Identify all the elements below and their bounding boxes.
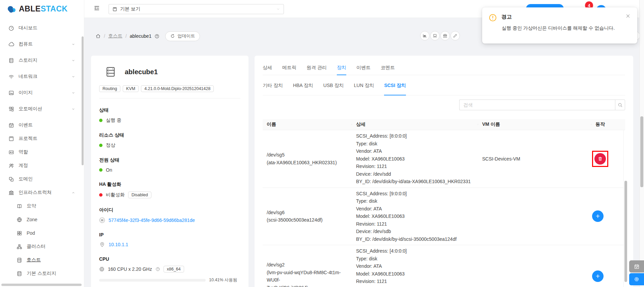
breadcrumb-current: ablecube1 [130, 33, 152, 39]
sidebar-item-스토리지[interactable]: 스토리지 [0, 54, 84, 67]
sidebar-item-label: 네트워크 [19, 74, 37, 80]
sidebar-item-프로젝트[interactable]: 프로젝트 [0, 132, 84, 145]
breadcrumb-hosts-link[interactable]: 호스트 [108, 33, 122, 39]
sidebar-horizontal-scrollbar[interactable] [1, 284, 82, 286]
bar-label: 10.41% 사용됨 [209, 277, 237, 283]
sidebar-item-계정[interactable]: 계정 [0, 159, 84, 172]
device-detail-line: Model: XA960LE10063 [356, 212, 478, 220]
sidebar-item-기본 스토리지[interactable]: 기본 스토리지 [0, 267, 84, 280]
device-details-cell: SCSI_Address: [9:0:0:0]Type: diskVendor:… [352, 188, 478, 245]
sidebar-item-오토메이션[interactable]: 오토메이션 [0, 102, 84, 116]
sidebar-item-대시보드[interactable]: 대시보드 [0, 21, 84, 35]
action-cell: + [591, 210, 625, 222]
zone-icon [17, 217, 22, 223]
search-input[interactable] [459, 99, 615, 110]
home-icon[interactable] [95, 33, 101, 39]
sidebar-item-호스트[interactable]: 호스트 [0, 253, 84, 267]
sidebar-item-요약[interactable]: 요약 [0, 199, 84, 213]
device-detail-line: Vendor: ATA [356, 205, 478, 213]
host-icon [105, 66, 117, 78]
tab-상세[interactable]: 상세 [263, 60, 272, 75]
sidebar-item-역할[interactable]: 역할 [0, 145, 84, 159]
sidebar-item-label: 인프라스트럭쳐 [19, 190, 52, 196]
page-action-bank-button[interactable] [440, 31, 450, 40]
section-label: 리소스 상태 [99, 132, 240, 138]
device-tab-USB 장치[interactable]: USB 장치 [323, 75, 344, 95]
page-actions [420, 31, 460, 40]
sidebar-item-label: 도메인 [19, 176, 33, 182]
page-action-area-chart-button[interactable] [420, 31, 430, 40]
tab-메트릭[interactable]: 메트릭 [282, 60, 296, 75]
page-action-laptop-button[interactable] [430, 31, 440, 40]
section-label: HA 활성화 [99, 181, 240, 188]
device-detail-line: Type: disk [356, 140, 478, 148]
device-detail-line: Device: /dev/sdb [356, 228, 478, 235]
section-value: 정상 [99, 142, 240, 148]
host-tag: 4.21.0.0-Mold.Diplo-202512041428 [141, 85, 214, 92]
host-icon [17, 257, 22, 263]
device-name-line: (scsi-35000c5003ea124df) [267, 216, 352, 224]
section-value-text[interactable]: 57745f4e-32f3-45fe-9d66-59d66ba281de [109, 218, 195, 223]
search-button[interactable] [615, 99, 625, 110]
update-button[interactable]: 업데이트 [165, 31, 200, 41]
divider [99, 98, 240, 98]
tab-코멘트[interactable]: 코멘트 [381, 60, 395, 75]
section-label: IP [99, 232, 240, 237]
tab-장치[interactable]: 장치 [337, 60, 346, 75]
host-tag: KVM [123, 85, 139, 92]
table-row: /dev/sg6(scsi-35000c5003ea124df)SCSI_Add… [263, 188, 625, 246]
attach-device-button[interactable]: + [592, 270, 604, 282]
device-name-line: /dev/sg2 [267, 261, 352, 269]
sidebar-vertical-scrollbar[interactable] [82, 36, 84, 165]
detach-device-button[interactable] [594, 153, 606, 165]
sidebar-item-이미지[interactable]: 이미지 [0, 86, 84, 99]
table-scrollbar-thumb[interactable] [624, 181, 627, 282]
page-action-edit-button[interactable] [450, 31, 460, 40]
tab-이벤트[interactable]: 이벤트 [356, 60, 371, 75]
table-scrollbar[interactable] [623, 130, 627, 287]
close-icon[interactable] [625, 13, 631, 19]
sidebar-item-이벤트[interactable]: 이벤트 [0, 118, 84, 132]
page-scrollbar[interactable] [639, 0, 644, 287]
sidebar-item-클러스터[interactable]: 클러스터 [0, 240, 84, 253]
section-value: On [99, 167, 240, 173]
section-value-text[interactable]: 10.10.1.1 [109, 242, 128, 247]
trash-icon [597, 156, 603, 162]
chevron-down-icon [71, 107, 75, 111]
settings-float-button[interactable] [629, 273, 644, 285]
device-tab-HBA 장치[interactable]: HBA 장치 [293, 75, 313, 95]
device-tab-기타 장치[interactable]: 기타 장치 [263, 75, 283, 95]
refresh-icon [170, 34, 175, 38]
cpu-icon [99, 266, 105, 272]
sidebar-item-Zone[interactable]: Zone [0, 213, 84, 226]
sidebar-item-label: 이벤트 [19, 122, 33, 128]
section-value-text: On [106, 167, 112, 173]
view-select[interactable]: 기본 보기 [109, 4, 284, 14]
device-name-line: /dev/sg5 [267, 151, 352, 159]
notification-message: 실행 중인 가상머신은 디바이스를 해제할 수 없습니다. [502, 24, 620, 32]
device-name-line: (lvm-pv-uuid-wqYDu8-RM8C-4t1m-WU0f- [267, 269, 352, 284]
project-icon [8, 136, 14, 142]
sidebar-item-컴퓨트[interactable]: 컴퓨트 [0, 37, 84, 51]
menu-fold-icon[interactable] [94, 5, 100, 11]
update-button-label: 업데이트 [177, 33, 195, 39]
question-circle-icon[interactable] [155, 267, 160, 271]
page-scrollbar-thumb[interactable] [640, 116, 643, 187]
sidebar-item-네트워크[interactable]: 네트워크 [0, 70, 84, 83]
section-tag: Disabled [128, 192, 151, 198]
device-tab-LUN 장치[interactable]: LUN 장치 [354, 75, 374, 95]
summary-icon [17, 203, 22, 209]
device-detail-line: Model: XA960LE10063 [356, 270, 478, 278]
device-tab-SCSI 장치[interactable]: SCSI 장치 [384, 75, 406, 95]
attach-device-button[interactable]: + [592, 210, 604, 222]
domain-icon [8, 176, 14, 182]
tab-원격 관리[interactable]: 원격 관리 [306, 60, 327, 75]
chevron-down-icon [276, 7, 280, 11]
event-float-button[interactable] [629, 260, 644, 272]
sidebar-item-인프라스트럭쳐[interactable]: 인프라스트럭쳐 [0, 186, 84, 199]
storage-icon [8, 58, 14, 63]
sidebar-item-도메인[interactable]: 도메인 [0, 172, 84, 186]
question-circle-icon[interactable] [154, 34, 159, 39]
ablestack-logo[interactable]: ABLESTACK [0, 0, 84, 18]
sidebar-item-Pod[interactable]: Pod [0, 226, 84, 240]
